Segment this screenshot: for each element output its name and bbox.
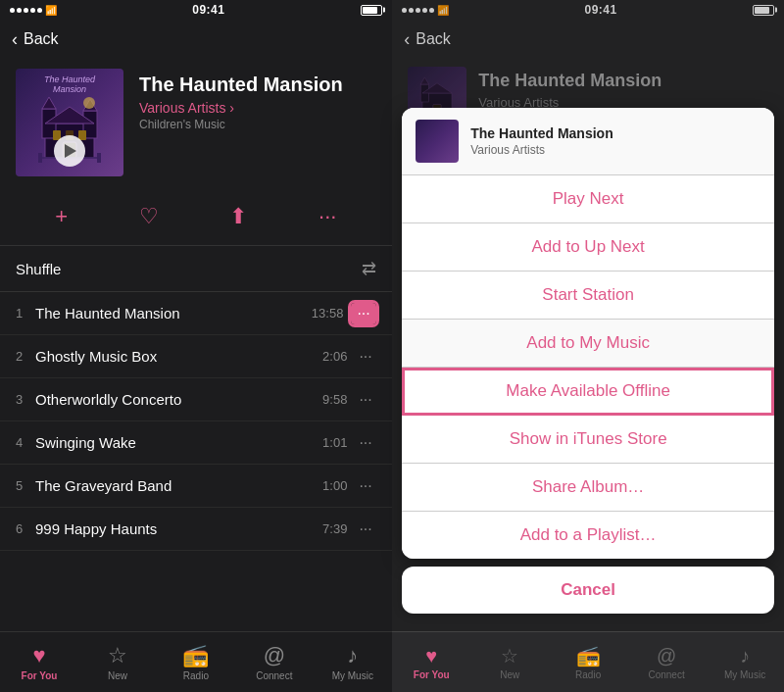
nav-item-new[interactable]: ☆ New [78, 632, 157, 692]
track-number: 5 [16, 478, 35, 493]
right-nav-item-for-you[interactable]: ♥ For You [392, 632, 470, 692]
context-menu-title: The Haunted Mansion [470, 125, 612, 141]
more-button[interactable]: ··· [303, 200, 352, 233]
context-spacer [392, 0, 784, 108]
signal-dots [10, 8, 42, 13]
battery-icon [361, 5, 382, 16]
heart-icon: ♥ [32, 643, 45, 668]
share-button[interactable]: ⬆ [214, 200, 263, 233]
context-header-info: The Haunted Mansion Various Artists [470, 125, 612, 157]
context-menu-item-add-my-music[interactable]: Add to My Music [402, 320, 774, 368]
share-album-label: Share Album… [532, 477, 644, 496]
bottom-nav: ♥ For You ☆ New 📻 Radio @ Connect ♪ My M… [0, 631, 392, 692]
context-menu-header: The Haunted Mansion Various Artists [402, 108, 774, 175]
track-more-button[interactable]: ··· [355, 348, 375, 366]
right-nav-label-for-you: For You [414, 669, 450, 680]
left-back-button[interactable]: ‹ Back [12, 29, 59, 50]
track-number: 2 [16, 349, 35, 364]
play-button[interactable] [54, 135, 85, 167]
track-more-button[interactable]: ··· [355, 477, 375, 495]
album-header: The HauntedMansion [0, 59, 392, 192]
artist-chevron-icon: › [229, 100, 234, 116]
album-genre: Children's Music [139, 118, 376, 131]
track-more-button[interactable]: ··· [355, 520, 375, 538]
nav-label-connect: Connect [256, 670, 292, 681]
nav-item-connect[interactable]: @ Connect [235, 632, 314, 692]
album-art-bg: The HauntedMansion [16, 69, 123, 176]
context-menu-item-offline[interactable]: Make Available Offline [402, 368, 774, 416]
track-duration: 1:00 [322, 478, 347, 493]
table-row: 2 Ghostly Music Box 2:06 ··· [0, 335, 392, 378]
nav-label-for-you: For You [22, 670, 58, 681]
context-menu-item-itunes-store[interactable]: Show in iTunes Store [402, 416, 774, 464]
signal-dot-2 [17, 8, 22, 13]
status-left: 📶 [10, 5, 57, 16]
right-bottom-nav: ♥ For You ☆ New 📻 Radio @ Connect ♪ My M… [392, 631, 784, 692]
track-duration: 9:58 [322, 392, 347, 407]
nav-label-my-music: My Music [332, 670, 373, 681]
nav-item-radio[interactable]: 📻 Radio [157, 632, 235, 692]
left-status-bar: 📶 09:41 [0, 0, 392, 20]
signal-dot-5 [37, 8, 42, 13]
svg-marker-2 [42, 97, 56, 109]
wifi-icon: 📶 [45, 5, 57, 16]
svg-point-13 [83, 97, 95, 109]
nav-item-for-you[interactable]: ♥ For You [0, 632, 78, 692]
right-nav-item-connect[interactable]: @ Connect [627, 632, 706, 692]
shuffle-label: Shuffle [16, 261, 61, 277]
right-nav-item-new[interactable]: ☆ New [470, 632, 549, 692]
context-menu-item-add-up-next[interactable]: Add to Up Next [402, 223, 774, 272]
offline-label: Make Available Offline [506, 381, 670, 400]
track-more-button[interactable]: ··· [351, 303, 375, 324]
track-name: Otherworldly Concerto [35, 391, 322, 408]
context-menu: The Haunted Mansion Various Artists Play… [402, 108, 774, 559]
track-list: 1 The Haunted Mansion 13:58 ··· 2 Ghostl… [0, 292, 392, 631]
right-panel: 📶 09:41 ‹ Back The Haunted Mansion [392, 0, 784, 692]
right-connect-icon: @ [657, 645, 676, 667]
track-number: 1 [16, 306, 35, 321]
status-right [361, 5, 382, 16]
shuffle-icon: ⇄ [362, 258, 376, 279]
svg-rect-10 [38, 153, 42, 163]
right-nav-label-new: New [500, 669, 519, 680]
music-icon: ♪ [347, 643, 358, 668]
track-name: The Haunted Mansion [35, 305, 312, 321]
connect-icon: @ [264, 643, 285, 668]
track-number: 6 [16, 521, 35, 536]
track-number: 4 [16, 435, 35, 450]
radio-icon: 📻 [182, 643, 209, 668]
right-nav-label-connect: Connect [648, 669, 684, 680]
add-button[interactable]: + [39, 200, 83, 233]
track-more-button[interactable]: ··· [355, 434, 375, 452]
table-row: 4 Swinging Wake 1:01 ··· [0, 421, 392, 465]
love-button[interactable]: ♡ [123, 200, 174, 233]
track-number: 3 [16, 392, 35, 407]
start-station-label: Start Station [542, 285, 634, 304]
svg-rect-11 [97, 153, 101, 163]
right-radio-icon: 📻 [576, 644, 601, 667]
right-nav-item-radio[interactable]: 📻 Radio [549, 632, 627, 692]
context-menu-overlay: The Haunted Mansion Various Artists Play… [392, 0, 784, 692]
nav-label-radio: Radio [183, 670, 209, 681]
signal-dot-1 [10, 8, 15, 13]
nav-item-my-music[interactable]: ♪ My Music [314, 632, 392, 692]
album-title: The Haunted Mansion [139, 73, 376, 96]
star-icon: ☆ [108, 643, 127, 668]
track-more-button[interactable]: ··· [355, 391, 375, 409]
track-name: Swinging Wake [35, 434, 322, 451]
context-menu-item-play-next[interactable]: Play Next [402, 175, 774, 223]
table-row: 6 999 Happy Haunts 7:39 ··· [0, 508, 392, 551]
album-artist[interactable]: Various Artists › [139, 100, 376, 116]
context-menu-item-share-album[interactable]: Share Album… [402, 464, 774, 512]
track-duration: 13:58 [312, 306, 344, 321]
signal-dot-4 [30, 8, 35, 13]
track-name: Ghostly Music Box [35, 348, 322, 365]
context-menu-item-start-station[interactable]: Start Station [402, 272, 774, 320]
table-row: 1 The Haunted Mansion 13:58 ··· [0, 292, 392, 335]
context-menu-item-add-playlist[interactable]: Add to a Playlist… [402, 512, 774, 559]
shuffle-row[interactable]: Shuffle ⇄ [0, 246, 392, 292]
right-nav-item-my-music[interactable]: ♪ My Music [706, 632, 784, 692]
left-nav-bar: ‹ Back [0, 20, 392, 59]
track-name: 999 Happy Haunts [35, 520, 322, 537]
cancel-button[interactable]: Cancel [402, 567, 774, 614]
